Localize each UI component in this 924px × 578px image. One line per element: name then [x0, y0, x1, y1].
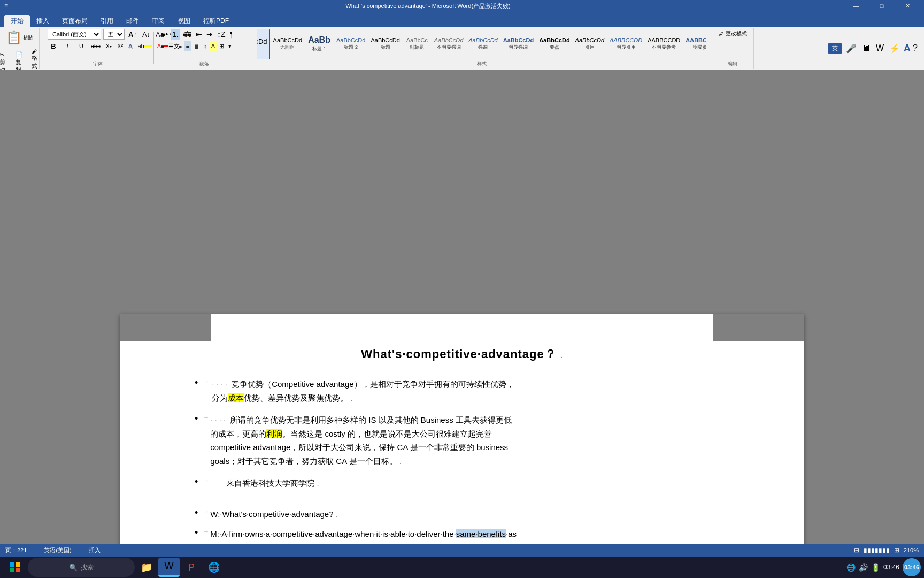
text-highlight-button[interactable]: ab [136, 41, 153, 51]
wps1-button[interactable]: W [874, 43, 886, 54]
document-container: What's·competitive·advantage？ . • → ····… [0, 70, 924, 544]
font-family-selector[interactable]: Calibri (西文) [48, 29, 101, 40]
style-s2-preview: AaBbCcDd [539, 37, 569, 43]
style-iq-preview: AaBbCcDd [610, 37, 642, 43]
chrome-taskbar[interactable]: 🌐 [203, 558, 225, 577]
bold-button[interactable]: B [48, 41, 59, 51]
style-heading2[interactable]: AaBbCcDd 标题 2 [334, 29, 367, 59]
borders-button[interactable]: ⊞ [218, 41, 226, 51]
help-button[interactable]: ? [913, 43, 918, 53]
tab-insert[interactable]: 插入 [30, 15, 56, 27]
numbering-button[interactable]: 1. [171, 29, 180, 40]
battery-icon[interactable]: 🔋 [871, 563, 880, 572]
style-intense-quote[interactable]: AaBbCcDd 明显引用 [607, 29, 644, 59]
bullet-3-text: ——来自香港科技大学商学院 [210, 478, 314, 488]
app-icon: ≡ [4, 2, 8, 10]
style-emphasis[interactable]: AaBbCcDd 强调 [466, 29, 499, 59]
wps2-button[interactable]: ⚡ [888, 43, 902, 54]
bullet-4-end: . [336, 509, 338, 519]
file-explorer-taskbar[interactable]: 📁 [136, 558, 157, 577]
style-s2-label: 要点 [550, 44, 559, 51]
increase-indent-button[interactable]: ⇥ [205, 29, 214, 40]
tab-view[interactable]: 视图 [171, 15, 197, 27]
close-button[interactable]: ✕ [895, 0, 920, 12]
svg-rect-1 [16, 562, 20, 567]
font-shrink-button[interactable]: A↓ [141, 29, 152, 40]
style-subtle-ref[interactable]: AaBbCcDd 不明显参考 [645, 29, 682, 59]
bullet-item-3: • → ——来自香港科技大学商学院 . [195, 476, 729, 490]
justify-button[interactable]: ≡ [184, 41, 191, 51]
superscript-button[interactable]: X² [116, 41, 125, 51]
change-mode-button[interactable]: 🖊 更改模式 [716, 29, 749, 39]
decrease-indent-button[interactable]: ⇤ [194, 29, 204, 40]
line-spacing-button[interactable]: ↕ [202, 41, 209, 51]
bullet-2-text1: 所谓的竞争优势无非是利用多种多样的 IS 以及其他的 Business 工具去获… [230, 415, 512, 424]
align-left-button[interactable]: ≡ [159, 41, 166, 51]
bullet-3-content: ——来自香港科技大学商学院 . [210, 476, 319, 490]
zoom-level-icon3: ⊞ [894, 546, 899, 554]
style-h2-label: 标题 2 [344, 44, 358, 51]
timer-widget[interactable]: 03:46 [903, 558, 921, 576]
style-strong2[interactable]: AaBbCcDd 要点 [537, 29, 572, 59]
style-em-label: 强调 [478, 44, 488, 51]
sort-button[interactable]: ↕Z [215, 29, 227, 40]
strikethrough-button[interactable]: abc [89, 41, 102, 51]
search-taskbar-button[interactable]: 🔍 搜索 [28, 558, 135, 577]
tab-page-layout[interactable]: 页面布局 [56, 15, 94, 27]
style-intense-ref[interactable]: AaBbCcDd 明显参考 [683, 29, 706, 59]
align-center-button[interactable]: ☰ [167, 41, 175, 51]
style-normal-active[interactable]: AaBbCcDd 正文 [257, 29, 270, 59]
tab-home[interactable]: 开始 [4, 15, 30, 27]
multilevel-list-button[interactable]: ≡≡ [181, 29, 193, 40]
subscript-button[interactable]: X₂ [104, 41, 113, 51]
font-size-selector[interactable]: 五号 [103, 29, 125, 40]
style-em-preview: AaBbCcDd [468, 37, 497, 43]
italic-button[interactable]: I [61, 41, 73, 51]
style-title-preview: AaBbCcDd [371, 37, 399, 43]
tab-mail[interactable]: 邮件 [120, 15, 145, 27]
activate-product-button[interactable]: 英 [828, 43, 842, 54]
bullet-item-2: • → ···· 所谓的竞争优势无非是利用多种多样的 IS 以及其他的 Busi… [195, 413, 729, 468]
bullet-5-content: M:·A·firm·owns·a·competitive·advantage·w… [210, 527, 522, 544]
ribbon: 📋 粘贴 ✂ 剪切 📄 复制 🖌 格式刷 剪贴板 Calibri (西文) [0, 27, 924, 70]
bullet-1-highlight: 成本 [228, 393, 244, 402]
style-subtitle-preview: AaBbCc [406, 37, 428, 43]
style-quote[interactable]: AaBbCcDd 引用 [573, 29, 606, 59]
underline-button[interactable]: U [75, 41, 87, 51]
start-button[interactable] [3, 558, 27, 577]
minimize-button[interactable]: — [844, 0, 868, 12]
style-no-spacing-preview: AaBbCcDd [273, 37, 302, 43]
font-format-button[interactable]: A [904, 43, 911, 54]
style-subtle-emphasis[interactable]: AaBbCcDd 不明显强调 [432, 29, 465, 59]
style-no-spacing[interactable]: AaBbCcDd 无间距 [271, 29, 304, 59]
columns-button[interactable]: ⫼ [192, 41, 201, 51]
align-right-button[interactable]: ≡ [176, 41, 183, 51]
styles-group: AaBbCcDd 正文 AaBbCcDd 无间距 AaBb 标题 1 AaBbC… [257, 28, 706, 69]
bullet-item-4: • → W:·What's·competitive·advantage? . [195, 507, 729, 521]
word-taskbar[interactable]: W [158, 558, 180, 577]
show-marks-button[interactable]: ¶ [228, 29, 236, 40]
tab-references[interactable]: 引用 [94, 15, 120, 27]
left-margin [0, 70, 120, 303]
volume-icon[interactable]: 🔊 [859, 563, 868, 572]
tab-foxit[interactable]: 福昕PDF [197, 15, 235, 27]
bullet-1-content: ···· 竞争优势（Competitive advantage），是相对于竞争对… [212, 377, 514, 405]
style-strong[interactable]: AaBbCcDd 明显强调 [501, 29, 536, 59]
style-heading1[interactable]: AaBb 标题 1 [305, 29, 333, 59]
screen-button[interactable]: 🖥 [860, 43, 872, 54]
paste-button[interactable]: 📋 粘贴 [5, 29, 37, 46]
maximize-button[interactable]: □ [869, 0, 894, 12]
font-grow-button[interactable]: A↑ [127, 29, 138, 40]
text-effect-button[interactable]: A [127, 41, 134, 51]
style-subtitle[interactable]: AaBbCc 副标题 [403, 29, 431, 59]
mic-button[interactable]: 🎤 [844, 43, 858, 54]
tab-review[interactable]: 审阅 [145, 15, 171, 27]
clock[interactable]: 03:46 [883, 564, 899, 571]
shading-button[interactable]: A [210, 41, 217, 51]
style-title[interactable]: AaBbCcDd 标题 [368, 29, 402, 59]
borders-dropdown[interactable]: ▾ [227, 41, 233, 51]
network-icon[interactable]: 🌐 [846, 563, 856, 572]
bullet-4-dot: • [195, 507, 198, 519]
powerpoint-taskbar[interactable]: P [181, 558, 202, 577]
bullets-button[interactable]: ≡• [159, 29, 170, 40]
